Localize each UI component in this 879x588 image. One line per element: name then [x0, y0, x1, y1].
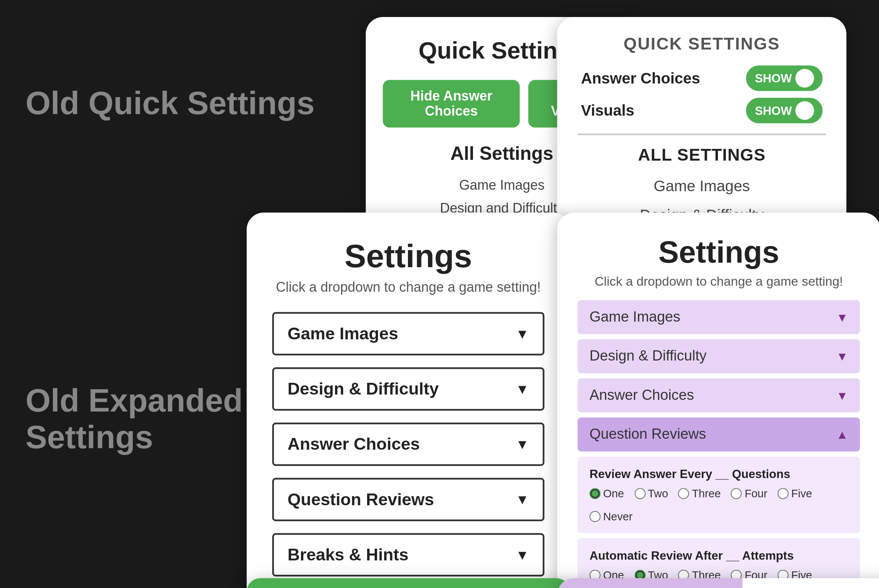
- new-expanded-subtitle: Click a dropdown to change a game settin…: [578, 274, 860, 288]
- chevron-down-icon: ▼: [516, 326, 529, 342]
- radio-never[interactable]: Never: [589, 510, 633, 523]
- dropdown-label: Answer Choices: [589, 387, 694, 404]
- dropdown-design-difficulty[interactable]: Design & Difficulty ▼: [272, 367, 544, 411]
- new-all-settings-title: ALL SETTINGS: [578, 145, 826, 165]
- chevron-up-icon: ▲: [836, 428, 848, 441]
- dropdown-game-images-new[interactable]: Game Images ▼: [578, 300, 860, 334]
- visuals-label: Visuals: [581, 102, 634, 119]
- chevron-down-icon: ▼: [836, 350, 848, 363]
- visuals-toggle[interactable]: SHOW: [746, 98, 823, 124]
- visuals-toggle-row: Visuals SHOW: [578, 98, 826, 124]
- show-label: SHOW: [755, 71, 792, 85]
- divider: [578, 133, 826, 135]
- dropdown-label: Answer Choices: [288, 435, 420, 454]
- chevron-down-icon: ▼: [516, 492, 529, 508]
- toggle-circle: [795, 69, 814, 88]
- show-label2: SHOW: [755, 104, 792, 118]
- chevron-down-icon: ▼: [516, 436, 529, 452]
- answer-choices-toggle-row: Answer Choices SHOW: [578, 65, 826, 91]
- gameplay-content: How MANY frogs do you see? 🐸 🐸 🐸 + 🐸 6 8…: [557, 578, 879, 588]
- old-expanded-label: Old Expanded Settings: [26, 383, 243, 456]
- new-gameplay-modal: How MANY frogs do you see? 🐸 🐸 🐸 + 🐸 6 8…: [557, 578, 879, 588]
- dropdown-label: Design & Difficulty: [288, 379, 439, 399]
- gameplay-info-panel: FRI 8/20 SKILL: logic TOPIC: What Doesn'…: [743, 578, 879, 588]
- old-expanded-title: Settings: [272, 238, 544, 275]
- dropdown-label: Question Reviews: [288, 490, 434, 509]
- dropdown-question-reviews[interactable]: Question Reviews ▼: [272, 478, 544, 521]
- list-item[interactable]: Game Images: [578, 172, 826, 201]
- answer-choices-toggle[interactable]: SHOW: [746, 65, 823, 91]
- answer-choices-label: Answer Choices: [581, 69, 700, 87]
- chevron-down-icon: ▼: [516, 547, 529, 563]
- radio-four[interactable]: Four: [731, 487, 767, 500]
- old-expanded-settings-card: Settings Click a dropdown to change a ga…: [247, 213, 570, 588]
- old-expanded-subtitle: Click a dropdown to change a game settin…: [272, 280, 544, 295]
- old-quick-label: Old Quick Settings: [26, 85, 315, 122]
- chevron-down-icon: ▼: [516, 381, 529, 397]
- hide-answer-choices-btn[interactable]: Hide Answer Choices: [383, 80, 520, 128]
- new-expanded-settings-card: Settings Click a dropdown to change a ga…: [557, 213, 879, 588]
- old-gameplay-modal: THU 1/7 × SKILL: Addition TOPIC: Add Obj…: [247, 578, 570, 588]
- review-every-radio-group: One Two Three Four Five Never: [589, 487, 848, 523]
- gameplay-visual-panel: How MANY frogs do you see? 🐸 🐸 🐸 + 🐸 6 8…: [557, 578, 743, 588]
- auto-review-label: Automatic Review After __ Attempts: [589, 548, 848, 562]
- dropdown-answer-choices-new[interactable]: Answer Choices ▼: [578, 378, 860, 412]
- dropdown-design-difficulty-new[interactable]: Design & Difficulty ▼: [578, 339, 860, 373]
- review-every-section: Review Answer Every __ Questions One Two…: [578, 456, 860, 533]
- radio-five[interactable]: Five: [778, 487, 812, 500]
- review-every-label: Review Answer Every __ Questions: [589, 467, 848, 480]
- toggle-circle2: [795, 101, 814, 120]
- new-expanded-title: Settings: [578, 235, 860, 271]
- radio-two[interactable]: Two: [634, 487, 668, 500]
- dropdown-question-reviews-new[interactable]: Question Reviews ▲: [578, 418, 860, 452]
- radio-one[interactable]: One: [589, 487, 624, 500]
- dropdown-label: Game Images: [288, 324, 398, 344]
- dropdown-label: Breaks & Hints: [288, 545, 409, 565]
- new-quick-header: QUICK SETTINGS: [578, 34, 826, 54]
- radio-three[interactable]: Three: [678, 487, 721, 500]
- dropdown-answer-choices[interactable]: Answer Choices ▼: [272, 422, 544, 466]
- dropdown-label: Question Reviews: [589, 426, 706, 443]
- dropdown-label: Design & Difficulty: [589, 348, 707, 365]
- chevron-down-icon: ▼: [836, 310, 848, 324]
- dropdown-breaks-hints[interactable]: Breaks & Hints ▼: [272, 533, 544, 577]
- chevron-down-icon: ▼: [836, 388, 848, 402]
- dropdown-label: Game Images: [589, 309, 680, 326]
- dropdown-game-images[interactable]: Game Images ▼: [272, 312, 544, 356]
